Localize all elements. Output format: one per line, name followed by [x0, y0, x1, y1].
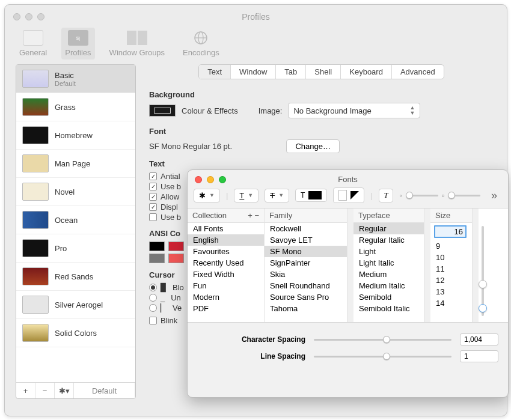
- display-checkbox[interactable]: [149, 203, 157, 211]
- list-item[interactable]: Regular: [353, 223, 424, 234]
- tab-advanced[interactable]: Advanced: [392, 65, 444, 79]
- line-spacing-value[interactable]: [460, 350, 498, 362]
- list-item[interactable]: Fun: [188, 280, 264, 291]
- document-color-well[interactable]: [333, 187, 364, 203]
- minimize-button[interactable]: [207, 176, 214, 183]
- overflow-button[interactable]: »: [486, 189, 502, 202]
- toolbar-window-groups[interactable]: Window Groups: [106, 28, 168, 59]
- list-item[interactable]: Tahoma: [265, 303, 347, 314]
- list-item[interactable]: Source Sans Pro: [265, 291, 347, 303]
- profile-row[interactable]: Man Page: [16, 150, 135, 178]
- profile-row[interactable]: Solid Colors: [16, 319, 135, 347]
- cursor-underline-radio[interactable]: [149, 294, 157, 302]
- profile-row[interactable]: Silver Aerogel: [16, 291, 135, 319]
- tab-keyboard[interactable]: Keyboard: [341, 65, 392, 79]
- list-item[interactable]: 10: [430, 252, 472, 263]
- list-item[interactable]: Favourites: [188, 246, 264, 257]
- list-item[interactable]: Semibold Italic: [353, 303, 424, 314]
- zoom-button[interactable]: [37, 13, 44, 20]
- add-collection-button[interactable]: +: [248, 211, 252, 220]
- list-item[interactable]: Semibold: [353, 291, 424, 303]
- shadow-blur-slider[interactable]: [448, 191, 480, 199]
- collection-list[interactable]: All Fonts English Favourites Recently Us…: [188, 223, 264, 314]
- list-item[interactable]: Recently Used: [188, 257, 264, 269]
- usebold-checkbox[interactable]: [149, 183, 157, 190]
- remove-collection-button[interactable]: −: [254, 211, 259, 220]
- list-item[interactable]: Snell Roundhand: [265, 280, 347, 291]
- list-item[interactable]: English: [188, 234, 264, 246]
- ansi-swatch[interactable]: [168, 254, 184, 263]
- list-item[interactable]: SignPainter: [265, 257, 347, 269]
- list-item[interactable]: Fixed Width: [188, 269, 264, 280]
- fonts-actions-menu[interactable]: ✱▼: [194, 189, 220, 202]
- size-list[interactable]: 9 10 11 12 13 14: [430, 240, 472, 309]
- char-spacing-slider[interactable]: [314, 335, 451, 344]
- list-item[interactable]: Light Italic: [353, 257, 424, 269]
- profile-row[interactable]: Pro: [16, 234, 135, 263]
- remove-profile-button[interactable]: −: [35, 383, 55, 398]
- list-item[interactable]: 14: [430, 297, 472, 309]
- list-item[interactable]: 11: [430, 263, 472, 275]
- profile-actions-menu[interactable]: ✱▾: [55, 383, 74, 398]
- typeface-scrollbar[interactable]: [424, 208, 430, 322]
- profile-row[interactable]: Grass: [16, 93, 135, 121]
- background-image-popup[interactable]: No Background Image ▲▼: [288, 103, 420, 118]
- tab-tab[interactable]: Tab: [276, 65, 306, 79]
- profile-row[interactable]: Ocean: [16, 206, 135, 234]
- cursor-block-radio[interactable]: [149, 284, 157, 291]
- set-default-button[interactable]: Default: [74, 383, 135, 398]
- profiles-list[interactable]: Basic Default Grass Homebrew Man Page No…: [16, 65, 135, 382]
- close-button[interactable]: [13, 13, 20, 20]
- font-change-button[interactable]: Change…: [286, 139, 340, 153]
- shadow-opacity-slider[interactable]: [406, 191, 438, 199]
- list-item[interactable]: 9: [430, 240, 472, 252]
- ansi-swatch[interactable]: [149, 254, 165, 263]
- list-item[interactable]: SF Mono: [265, 246, 347, 257]
- usebright-checkbox[interactable]: [149, 213, 157, 221]
- list-item[interactable]: PDF: [188, 303, 264, 314]
- list-item[interactable]: Rockwell: [265, 223, 347, 234]
- list-item[interactable]: Savoye LET: [265, 234, 347, 246]
- toolbar-general[interactable]: General: [16, 28, 50, 59]
- list-item[interactable]: All Fonts: [188, 223, 264, 234]
- toolbar-profiles[interactable]: $| Profiles: [61, 28, 94, 59]
- size-scrollbar[interactable]: [473, 208, 479, 322]
- typeface-list[interactable]: Regular Regular Italic Light Light Itali…: [353, 223, 424, 314]
- list-item[interactable]: Skia: [265, 269, 347, 280]
- family-list[interactable]: Rockwell Savoye LET SF Mono SignPainter …: [265, 223, 347, 314]
- background-color-well[interactable]: [149, 105, 176, 117]
- underline-menu[interactable]: T▼: [234, 189, 259, 202]
- cursor-vertical-radio[interactable]: [149, 304, 157, 312]
- profile-row-basic[interactable]: Basic Default: [16, 65, 135, 93]
- list-item[interactable]: Medium: [353, 269, 424, 280]
- blink-checkbox[interactable]: [149, 317, 157, 324]
- profile-row[interactable]: Homebrew: [16, 121, 135, 150]
- zoom-button[interactable]: [219, 176, 226, 183]
- list-item[interactable]: Medium Italic: [353, 280, 424, 291]
- tab-text[interactable]: Text: [199, 65, 231, 79]
- list-item[interactable]: 13: [430, 286, 472, 297]
- add-profile-button[interactable]: +: [16, 383, 35, 398]
- char-spacing-value[interactable]: [460, 333, 498, 345]
- minimize-button[interactable]: [25, 13, 32, 20]
- typography-button[interactable]: T: [379, 189, 394, 202]
- family-scrollbar[interactable]: [347, 208, 353, 322]
- profile-row[interactable]: Red Sands: [16, 263, 135, 291]
- ansi-swatch[interactable]: [149, 242, 165, 251]
- strikethrough-menu[interactable]: T▼: [265, 189, 289, 202]
- close-button[interactable]: [195, 176, 202, 183]
- allow-checkbox[interactable]: [149, 193, 157, 201]
- tab-shell[interactable]: Shell: [306, 65, 341, 79]
- profile-row[interactable]: Novel: [16, 178, 135, 206]
- line-spacing-slider[interactable]: [314, 352, 451, 361]
- ansi-swatch[interactable]: [168, 242, 184, 251]
- toolbar-encodings[interactable]: Encodings: [179, 28, 223, 59]
- text-color-well[interactable]: T: [295, 189, 327, 202]
- size-input[interactable]: [434, 225, 467, 238]
- list-item[interactable]: 12: [430, 275, 472, 286]
- list-item[interactable]: Light: [353, 246, 424, 257]
- size-slider[interactable]: [479, 208, 487, 322]
- antialias-checkbox[interactable]: [149, 172, 157, 180]
- tab-window[interactable]: Window: [231, 65, 276, 79]
- list-item[interactable]: Modern: [188, 291, 264, 303]
